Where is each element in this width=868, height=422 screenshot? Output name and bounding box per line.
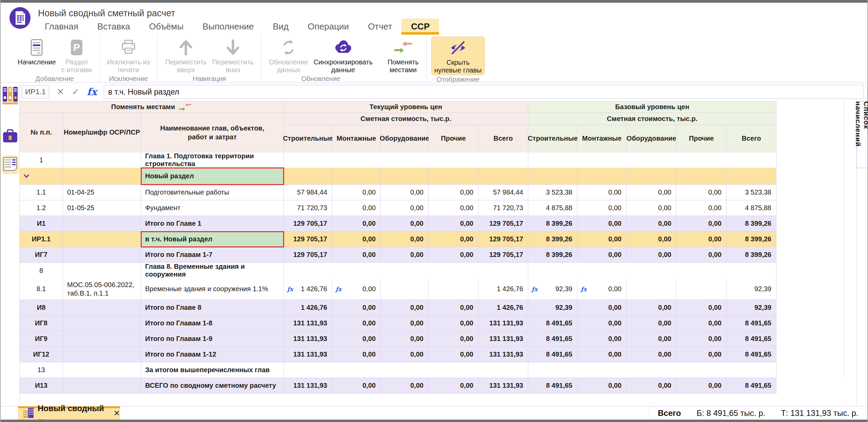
accrual-label: Начисление (18, 58, 56, 66)
estimate-sheet-icon[interactable] (2, 155, 19, 174)
grid-right-divider (844, 101, 844, 378)
hide-zero-chapters-button[interactable]: Скрыть нулевые главы (431, 37, 485, 75)
cancel-icon[interactable]: ✕ (57, 86, 64, 97)
value-cell: 0,00 (627, 247, 676, 263)
value-cell: 0,00 (676, 216, 727, 232)
formula-indicator-icon: ƒx (581, 286, 587, 293)
row-code-cell (63, 232, 141, 247)
value-cell (381, 168, 429, 185)
table-row[interactable]: 1.101-04-25Подготовительные работы57 984… (20, 185, 776, 200)
ribbon-tab[interactable]: ССР (401, 19, 439, 35)
ribbon-tab[interactable]: Вид (263, 19, 298, 35)
exclude-from-print-label: Исключить из печати (107, 58, 150, 74)
close-icon[interactable]: ✕ (114, 409, 120, 418)
value-cell: 0,00 (332, 331, 381, 347)
row-name-cell: За итогом вышеперечисленных глав (141, 362, 284, 378)
row-code-cell: 01-04-25 (63, 185, 141, 200)
ribbon-tab[interactable]: Объёмы (140, 19, 193, 35)
row-name-cell: Подготовительные работы (141, 185, 284, 200)
value-cell: 3 523,38 (727, 185, 776, 200)
swap-columns-header[interactable]: Поменять местами (20, 101, 284, 113)
value-cell: 0,00 (381, 378, 429, 394)
col-header-equipment-base: Оборудование (627, 125, 676, 152)
value-cell: 8 491,65 (727, 378, 776, 394)
table-row[interactable]: 13За итогом вышеперечисленных глав (20, 362, 776, 378)
ribbon-tab[interactable]: Вставка (88, 19, 140, 35)
table-row[interactable]: ИГ7Итого по Главам 1-7129 705,170,000,00… (20, 247, 776, 263)
value-cell: 4 875,88 (727, 200, 776, 216)
col-header-num: № п.п. (20, 113, 63, 152)
value-cell: 0,00 (627, 378, 676, 394)
value-cell: 0,00 (381, 247, 429, 263)
value-cell: 0,00 (381, 300, 429, 316)
accruals-list-tab-label: Список начислений (854, 101, 868, 168)
chevron-down-icon (23, 174, 30, 179)
cost-header-base: Сметная стоимость, тыс.р. (528, 113, 776, 125)
row-name-cell: Итого по Главам 1-8 (141, 316, 284, 331)
col-header-name: Наименование глав, объектов, работ и зат… (141, 113, 284, 152)
value-cell: 8 399,26 (727, 216, 776, 232)
briefcase-icon[interactable] (2, 129, 18, 145)
base-price-level-header: Базовый уровень цен (528, 101, 776, 113)
ribbon-toolbar: Начисление P Раздел с итогами Добавление (1, 35, 867, 83)
formula-indicator-icon: ƒx (336, 286, 341, 293)
table-row[interactable]: ИГ12Итого по Главам 1-12131 131,930,000,… (20, 347, 776, 362)
table-row[interactable]: Новый раздел (20, 168, 776, 185)
value-cell (676, 168, 727, 185)
row-code-cell: 01-05-25 (63, 200, 141, 216)
ribbon-tab[interactable]: Главная (35, 19, 88, 35)
row-number-cell: И1 (20, 216, 63, 232)
formula-input[interactable]: в т.ч. Новый раздел (104, 85, 864, 99)
table-row[interactable]: 1Глава 1. Подготовка территории строител… (20, 152, 776, 168)
status-total-label: Всего (658, 408, 681, 418)
sync-data-button[interactable]: Синхронизировать данные (311, 37, 375, 75)
table-row[interactable]: 8Глава 8. Временные здания и сооружения (20, 263, 776, 278)
ribbon-tab[interactable]: Операции (298, 19, 359, 35)
table-row[interactable]: 8.1МОС.05.05-006.2022, таб.В.1, п.1.1Вре… (20, 278, 776, 300)
row-number-cell: ИГ8 (20, 316, 63, 331)
merged-empty-cell (284, 152, 528, 168)
formula-indicator-icon: ƒx (287, 286, 293, 293)
table-row[interactable]: ИГ9Итого по Главам 1-9131 131,930,000,00… (20, 331, 776, 347)
value-cell: 0,00 (676, 247, 727, 263)
confirm-icon[interactable]: ✓ (72, 86, 80, 97)
table-row[interactable]: И8Итого по Главе 81 426,760,000,000,001 … (20, 300, 776, 316)
ribbon-tab[interactable]: Отчет (358, 19, 401, 35)
value-cell: 129 705,17 (284, 216, 332, 232)
binders-icon[interactable] (2, 86, 18, 106)
bottom-bar: Новый сводный ... ✕ Всего Б: 8 491,65 ты… (1, 406, 867, 420)
group-label-update: Обновление (266, 75, 375, 83)
document-tab[interactable]: Новый сводный ... ✕ (18, 406, 120, 420)
move-up-label: Переместить вверх (165, 58, 207, 74)
cell-reference-box[interactable]: ИР1.1 (22, 85, 49, 99)
value-cell: 129 705,17 (284, 247, 332, 263)
table-row[interactable]: И13ВСЕГО по сводному сметному расчету131… (20, 378, 776, 394)
value-cell: 0,00 (332, 185, 381, 200)
value-cell (627, 168, 676, 185)
function-icon[interactable]: fx (87, 86, 97, 98)
eye-slash-icon (449, 38, 467, 57)
swap-button[interactable]: Поменять местами (385, 37, 421, 75)
value-cell: 3 523,38 (528, 185, 577, 200)
value-cell: 0,00 (627, 300, 676, 316)
ribbon-tab[interactable]: Выполнение (193, 19, 263, 35)
value-cell: 0,00 (429, 185, 478, 200)
refresh-icon (280, 38, 297, 57)
accrual-button[interactable]: Начисление (15, 37, 59, 67)
value-cell: 4 875,88 (528, 200, 577, 216)
value-cell: 0,00 (332, 247, 381, 263)
accruals-list-tab[interactable]: Список начислений (856, 101, 868, 168)
value-cell: ƒx0,00 (577, 278, 627, 300)
table-row[interactable]: ИГ8Итого по Главам 1-8131 131,930,000,00… (20, 316, 776, 331)
value-cell: 0,00 (577, 331, 627, 347)
value-cell: 0,00 (676, 200, 727, 216)
row-number-cell: ИГ12 (20, 347, 63, 362)
table-row[interactable]: 1.201-05-25Фундамент71 720,730,000,000,0… (20, 200, 776, 216)
table-row[interactable]: И1Итого по Главе 1129 705,170,000,000,00… (20, 216, 776, 232)
value-cell (429, 168, 478, 185)
table-row[interactable]: ИР1.1в т.ч. Новый раздел129 705,170,000,… (20, 232, 776, 247)
row-number-cell: 8 (20, 263, 63, 279)
value-cell: 8 399,26 (727, 247, 776, 263)
value-cell: 0,00 (381, 216, 429, 232)
value-cell: 0,00 (381, 316, 429, 331)
